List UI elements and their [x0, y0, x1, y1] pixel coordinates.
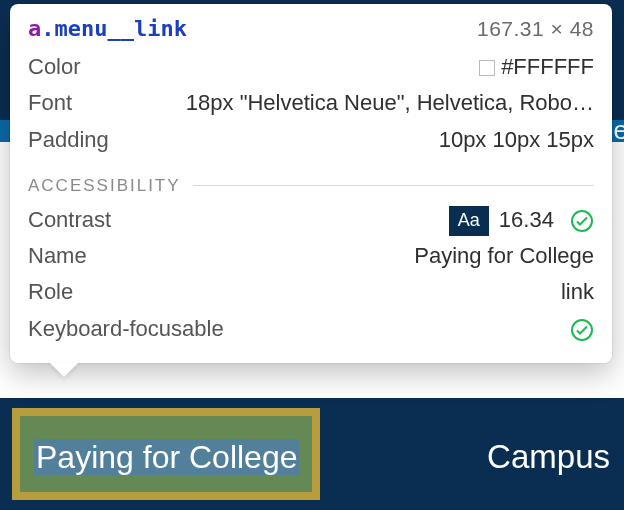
font-label: Font: [28, 85, 72, 121]
nav-link-campus[interactable]: Campus: [487, 438, 610, 476]
checkmark-icon: [570, 318, 594, 342]
a11y-name-value: Paying for College: [414, 238, 594, 274]
keyboard-focusable-value: [560, 311, 594, 347]
contrast-sample-swatch: Aa: [449, 206, 489, 236]
contrast-label: Contrast: [28, 202, 111, 238]
a11y-role-label: Role: [28, 274, 73, 310]
keyboard-focusable-label: Keyboard-focusable: [28, 311, 224, 347]
color-label: Color: [28, 49, 81, 85]
element-selector: a.menu__link: [28, 16, 187, 41]
a11y-role-value: link: [561, 274, 594, 310]
color-swatch-icon: [479, 60, 495, 76]
padding-value: 10px 10px 15px: [439, 122, 594, 158]
style-row-color: Color #FFFFFF: [28, 49, 594, 85]
nav-link-paying-for-college[interactable]: Paying for College: [34, 439, 299, 476]
section-divider: [193, 185, 594, 186]
padding-label: Padding: [28, 122, 109, 158]
selector-class: .menu__link: [41, 16, 187, 41]
color-value: #FFFFFF: [479, 49, 594, 85]
a11y-row-keyboard: Keyboard-focusable: [28, 311, 594, 347]
a11y-name-label: Name: [28, 238, 87, 274]
style-row-padding: Padding 10px 10px 15px: [28, 122, 594, 158]
main-nav-bar: Paying for College Campus: [0, 398, 624, 510]
a11y-row-role: Role link: [28, 274, 594, 310]
style-row-font: Font 18px "Helvetica Neue", Helvetica, R…: [28, 85, 594, 121]
svg-point-0: [572, 211, 592, 231]
partial-stripe-text: e: [614, 115, 624, 146]
accessibility-header-label: ACCESSIBILITY: [28, 176, 181, 196]
element-dimensions: 167.31 × 48: [477, 17, 594, 41]
devtools-element-tooltip: a.menu__link 167.31 × 48 Color #FFFFFF F…: [10, 4, 612, 363]
selector-tag: a: [28, 16, 41, 41]
checkmark-icon: [570, 209, 594, 233]
font-value: 18px "Helvetica Neue", Helvetica, Robo…: [186, 85, 594, 121]
a11y-row-contrast: Contrast Aa16.34: [28, 202, 594, 238]
a11y-row-name: Name Paying for College: [28, 238, 594, 274]
contrast-value: Aa16.34: [449, 202, 594, 238]
svg-point-1: [572, 320, 592, 340]
accessibility-section-header: ACCESSIBILITY: [28, 176, 594, 196]
